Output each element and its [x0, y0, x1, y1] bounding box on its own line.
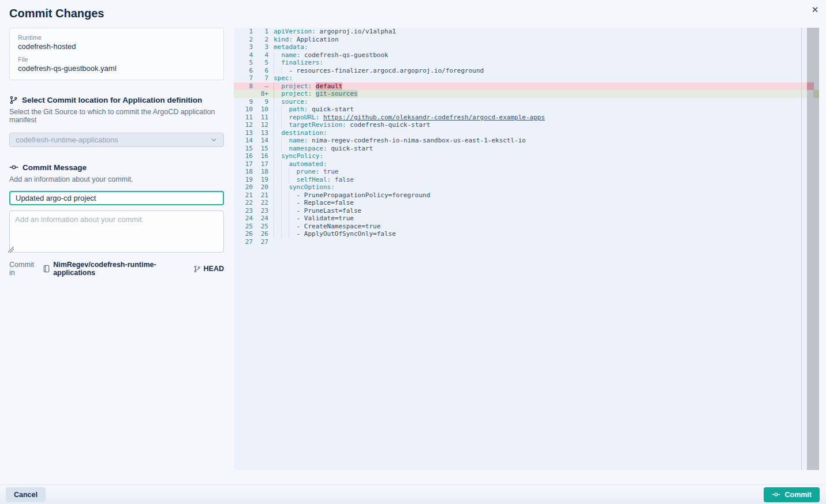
diff-line: 1212targetRevision: codefresh-quick-star…: [234, 121, 819, 129]
yaml-token-val: codefresh-qs-guestbook: [300, 51, 388, 59]
diff-line: 22kind: Application: [234, 36, 819, 44]
indent-guide: [274, 199, 281, 207]
indent-guide: [274, 160, 281, 168]
close-button[interactable]: ✕: [809, 3, 821, 16]
dialog-title: Commit Changes: [9, 7, 104, 20]
indent-guide: [281, 160, 289, 168]
indent-guide: [274, 191, 281, 200]
yaml-token-key: path:: [289, 106, 308, 113]
indent-guide: [289, 199, 296, 207]
indent-guide: [289, 230, 296, 238]
git-branch-icon: [9, 96, 18, 104]
yaml-token-val: [319, 114, 323, 121]
diff-line: 2323- PruneLast=false: [234, 207, 819, 215]
yaml-token-val: [312, 90, 316, 97]
indent-guide: [274, 168, 281, 176]
yaml-token-val: - PrunePropagationPolicy=foreground: [297, 191, 431, 199]
yaml-token-key: project:: [281, 82, 312, 90]
diff-line: 77spec:: [234, 74, 819, 82]
indent-guide: [274, 152, 281, 160]
runtime-file-card: Runtime codefresh-hosted File codefresh-…: [9, 28, 224, 80]
yaml-token-key: syncOptions:: [289, 183, 334, 191]
indent-guide: [289, 207, 296, 215]
indent-guide: [274, 106, 281, 114]
diff-line: 1919selfHeal: false: [234, 176, 819, 184]
indent-guide: [281, 230, 289, 238]
indent-guide: [274, 176, 281, 184]
yaml-token-val: - CreateNamespace=true: [297, 223, 381, 230]
yaml-token-key: syncPolicy:: [281, 152, 323, 160]
yaml-token-addw: git-sources: [316, 90, 358, 97]
indent-guide: [274, 215, 281, 223]
yaml-token-key: selfHeal:: [297, 176, 331, 183]
location-subtext: Select the Git Source to which to commit…: [9, 108, 224, 124]
yaml-token-key: prune:: [297, 168, 320, 175]
commit-target-row: Commit in NimRegev/codefresh-runtime-app…: [9, 261, 224, 277]
commit-message-input[interactable]: [9, 191, 224, 205]
yaml-diff-viewer[interactable]: 11apiVersion: argoproj.io/v1alpha122kind…: [234, 28, 819, 470]
commit-in-label: Commit in: [9, 261, 40, 277]
diff-line: 2727: [234, 238, 819, 246]
overview-ruler-border: [801, 28, 802, 470]
file-label: File: [18, 56, 215, 63]
diff-rows: 11apiVersion: argoproj.io/v1alpha122kind…: [234, 28, 819, 246]
indent-guide: [289, 215, 296, 223]
git-source-select[interactable]: codefresh-runtime-applications: [9, 133, 224, 147]
yaml-token-key: name:: [281, 51, 300, 59]
indent-guide: [274, 145, 281, 153]
indent-guide: [274, 230, 281, 238]
diff-line: 1515namespace: quick-start: [234, 145, 819, 153]
ruler-deleted-marker: [807, 82, 814, 91]
commit-description-textarea[interactable]: [9, 210, 224, 253]
indent-guide: [274, 121, 281, 129]
diff-line: 1717automated:: [234, 160, 819, 168]
indent-guide: [289, 168, 296, 176]
file-value: codefresh-qs-guestbook.yaml: [18, 64, 215, 73]
diff-line: 1010path: quick-start: [234, 106, 819, 114]
close-icon: ✕: [812, 5, 819, 14]
diff-line: 2626- ApplyOutOfSyncOnly=false: [234, 230, 819, 238]
yaml-token-val: - ApplyOutOfSyncOnly=false: [297, 230, 396, 238]
indent-guide: [274, 98, 281, 106]
footer-bar: Cancel Commit: [0, 484, 826, 504]
commit-icon: [9, 163, 18, 172]
diff-line: 8+project: git-sources: [234, 90, 819, 98]
indent-guide: [281, 145, 289, 153]
indent-guide: [274, 82, 281, 91]
runtime-label: Runtime: [18, 34, 215, 41]
diff-line: 1313destination:: [234, 129, 819, 137]
diff-line: 55finalizers:: [234, 59, 819, 67]
indent-guide: [274, 129, 281, 137]
yaml-token-key: name:: [289, 137, 308, 144]
indent-guide: [281, 121, 289, 129]
repo-url-link[interactable]: https://github.com/oleksandr-codefresh/a…: [323, 114, 545, 121]
yaml-token-val: - resources-finalizer.argocd.argoproj.io…: [289, 67, 484, 74]
diff-line: 1818prune: true: [234, 168, 819, 176]
commit-button[interactable]: Commit: [764, 487, 820, 502]
indent-guide: [281, 67, 289, 75]
yaml-token-val: codefresh-quick-start: [346, 121, 431, 129]
location-heading: Select Commit location for Application d…: [9, 96, 224, 104]
yaml-token-val: - Validate=true: [297, 215, 354, 222]
indent-guide: [281, 137, 289, 145]
yaml-token-val: quick-start: [308, 106, 354, 113]
runtime-value: codefresh-hosted: [18, 42, 215, 51]
branch-name: HEAD: [204, 265, 224, 273]
git-source-selected-value: codefresh-runtime-applications: [16, 136, 118, 144]
yaml-token-key: destination:: [281, 129, 327, 137]
yaml-token-key: namespace:: [289, 145, 327, 152]
indent-guide: [289, 191, 296, 200]
diff-line: 1414name: nima-regev-codefresh-io-nima-s…: [234, 137, 819, 145]
yaml-token-key: apiVersion:: [274, 28, 316, 35]
branch-icon: [193, 265, 201, 273]
commit-form-panel: Runtime codefresh-hosted File codefresh-…: [9, 28, 224, 277]
cancel-button[interactable]: Cancel: [6, 487, 46, 502]
overview-ruler[interactable]: [807, 28, 819, 470]
yaml-token-val: nima-regev-codefresh-io-nima-sandbox-us-…: [308, 137, 526, 144]
repo-icon: [43, 265, 50, 273]
commit-button-label: Commit: [784, 491, 812, 499]
indent-guide: [281, 191, 289, 200]
yaml-token-key: project:: [281, 90, 312, 97]
indent-guide: [274, 90, 281, 98]
cancel-button-label: Cancel: [14, 491, 38, 499]
